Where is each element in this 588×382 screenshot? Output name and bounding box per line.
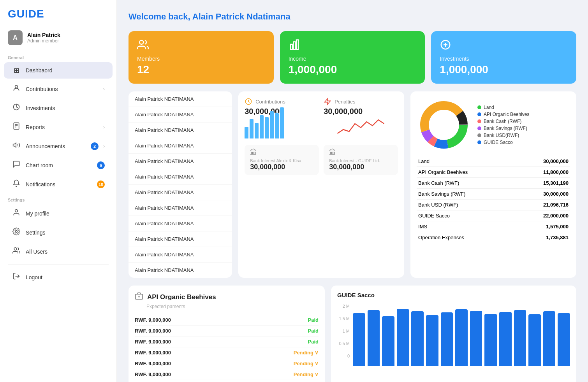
bar [255, 123, 259, 138]
payment-row: RWF. 9,000,000 Pending ∨ [135, 380, 319, 382]
settings-section-label: Settings [0, 194, 116, 204]
bank-value: 30,000,000 [250, 163, 313, 171]
payment-status: Paid [308, 339, 319, 345]
sidebar-item-label: My profile [26, 210, 105, 217]
sidebar-item-announcements[interactable]: Announcements 2 › [4, 137, 113, 155]
main-content: Welcome back, Alain Patrick Ndatimana Me… [117, 0, 588, 382]
payment-row: RWF. 9,000,000 Pending ∨ [135, 369, 319, 380]
contributions-icon [12, 84, 21, 94]
member-row: Alain Patrick NDATIMANA [129, 123, 232, 138]
table-row: GUIDE Sacco22,000,000 [417, 210, 570, 221]
beehive-subtitle: Expected paments [135, 304, 319, 309]
payment-status: Pending ∨ [294, 350, 319, 356]
sacco-bar [484, 314, 497, 366]
logout-icon [12, 272, 21, 282]
sacco-bar-chart: 2 M 1.5 M 1 M 0.5 M 0 [337, 304, 570, 366]
user-role: Admin member [27, 38, 60, 44]
sidebar: GUIDE A Alain Patrick Admin member Gener… [0, 0, 117, 382]
payment-row: RWF. 9,000,000 Paid [135, 336, 319, 347]
contributions-penalties-card: Contributions 30,000,000 [238, 91, 404, 278]
sacco-bar [368, 310, 380, 366]
badge-announcements: 2 [91, 142, 99, 150]
penalties-item: Penalties 30,000,000 [324, 98, 398, 138]
inv-label: Bank Savings (RWF) [417, 189, 516, 200]
badge-chartroom: 6 [97, 161, 105, 169]
bank-icon: 🏛 [329, 149, 393, 157]
bar [280, 107, 284, 138]
inv-value: 21,096,716 [516, 200, 570, 210]
sidebar-item-allusers[interactable]: All Users [4, 243, 113, 260]
sacco-bar [470, 311, 482, 366]
bar [275, 113, 279, 138]
inv-label: API Organic Beehives [417, 167, 516, 178]
user-info: A Alain Patrick Admin member [0, 26, 116, 51]
avatar: A [8, 30, 23, 45]
inv-value: 1,575,000 [516, 221, 570, 232]
sacco-bar [441, 312, 453, 366]
y-axis: 2 M 1.5 M 1 M 0.5 M 0 [337, 304, 350, 358]
table-row: Bank Cash (RWF)15,301,190 [417, 178, 570, 189]
payment-row: RWF. 9,000,000 Paid [135, 315, 319, 326]
svg-point-7 [15, 210, 18, 212]
sidebar-item-reports[interactable]: Reports › [4, 118, 113, 136]
welcome-title: Welcome back, Alain Patrick Ndatimana [129, 12, 576, 22]
bank-label: Bank Interest Alexix & Kisa [250, 158, 313, 163]
sidebar-item-notifications[interactable]: Notifications 10 [4, 175, 113, 193]
sidebar-item-settings[interactable]: Settings [4, 224, 113, 241]
y-label: 0.5 M [337, 341, 350, 346]
badge-notifications: 10 [97, 180, 105, 188]
inv-value: 30,000,000 [516, 189, 570, 200]
bar [245, 127, 248, 138]
payment-amount: RWF. 9,000,000 [135, 350, 171, 356]
investments-card-label: Investments [440, 56, 568, 62]
sidebar-item-investments[interactable]: Investments [4, 99, 113, 117]
payment-amount: RWF. 9,000,000 [135, 371, 171, 377]
legend-item: Bank Savings (RWF) [477, 126, 529, 131]
sidebar-item-myprofile[interactable]: My profile [4, 205, 113, 222]
table-row: IMS1,575,000 [417, 221, 570, 232]
inv-label: Operation Expenses [417, 232, 516, 243]
svg-point-8 [16, 231, 18, 233]
payment-amount: RWF. 9,000,000 [135, 339, 171, 345]
sidebar-item-contributions[interactable]: Contributions › [4, 80, 113, 98]
sidebar-item-dashboard[interactable]: ⊞ Dashbaord [4, 62, 113, 79]
dashboard-icon: ⊞ [12, 66, 21, 75]
beehive-icon [135, 292, 143, 302]
sacco-bar [353, 313, 365, 366]
legend-label: Bank Savings (RWF) [484, 126, 527, 131]
member-row: Alain Patrick NDATIMANA [129, 138, 232, 154]
bank-value: 30,000,000 [329, 163, 393, 171]
member-row: Alain Patrick NDATIMANA [129, 91, 232, 107]
legend-dot [477, 119, 481, 123]
legend-item: GUIDE Sacco [477, 140, 529, 145]
sacco-bar [558, 313, 570, 366]
bar [260, 115, 264, 138]
bar [250, 119, 254, 138]
inv-label: GUIDE Sacco [417, 210, 516, 221]
sacco-bar [514, 310, 526, 366]
payment-amount: RWF. 9,000,000 [135, 317, 171, 323]
member-row: Alain Patrick NDATIMANA [129, 200, 232, 216]
member-row: Alain Patrick NDATIMANA [129, 231, 232, 247]
investments-card-value: 1,000,000 [440, 63, 568, 76]
legend-label: Land [484, 105, 494, 110]
svg-point-0 [15, 85, 18, 88]
inv-value: 30,000,000 [516, 156, 570, 167]
chevron-icon: › [103, 124, 105, 130]
members-list-card: Alain Patrick NDATIMANA Alain Patrick ND… [129, 91, 232, 278]
legend-item: Bank USD(RWF) [477, 133, 529, 138]
svg-point-9 [14, 248, 17, 251]
legend-dot [477, 126, 481, 130]
sacco-bar [455, 309, 468, 366]
sidebar-item-logout[interactable]: Logout [4, 268, 113, 286]
chevron-icon: › [103, 144, 105, 149]
y-label: 1 M [337, 329, 350, 333]
inv-value: 22,000,000 [516, 210, 570, 221]
payment-row: RWF. 9,000,000 Paid [135, 326, 319, 336]
penalties-line-chart [324, 116, 398, 135]
contributions-label: Contributions [255, 99, 285, 105]
bar [265, 117, 269, 138]
table-row: Land30,000,000 [417, 156, 570, 167]
sidebar-item-chartroom[interactable]: Chart room 6 [4, 156, 113, 174]
legend-dot [477, 112, 481, 116]
